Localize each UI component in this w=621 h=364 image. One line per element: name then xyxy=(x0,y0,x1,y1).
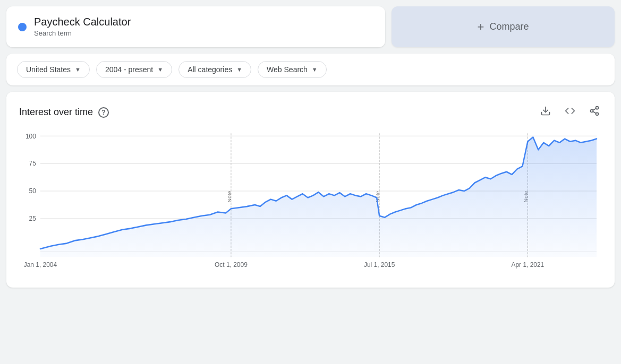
filter-time-label: 2004 - present xyxy=(105,65,153,74)
chart-actions xyxy=(538,103,602,121)
filter-time[interactable]: 2004 - present ▼ xyxy=(96,61,172,78)
share-button[interactable] xyxy=(587,103,602,121)
chart-area: 100 75 50 25 Note Note Note xyxy=(19,131,602,279)
svg-text:Apr 1, 2021: Apr 1, 2021 xyxy=(511,261,544,268)
filter-region-label: United States xyxy=(26,65,71,74)
svg-text:Oct 1, 2009: Oct 1, 2009 xyxy=(215,261,248,268)
embed-button[interactable] xyxy=(563,103,577,121)
chevron-down-icon: ▼ xyxy=(75,66,81,73)
filter-category-label: All categories xyxy=(188,65,232,74)
chart-title: Interest over time xyxy=(19,107,93,118)
search-term-text: Paycheck Calculator Search term xyxy=(34,16,131,38)
share-icon xyxy=(589,106,600,116)
svg-text:50: 50 xyxy=(29,187,37,195)
search-term-card: Paycheck Calculator Search term xyxy=(6,6,385,47)
chevron-down-icon: ▼ xyxy=(236,66,242,73)
svg-line-4 xyxy=(593,111,596,113)
search-term-title: Paycheck Calculator xyxy=(34,16,131,28)
filter-category[interactable]: All categories ▼ xyxy=(178,61,251,78)
chevron-down-icon: ▼ xyxy=(312,66,318,73)
embed-icon xyxy=(565,106,575,116)
svg-text:100: 100 xyxy=(25,132,36,140)
top-section: Paycheck Calculator Search term + Compar… xyxy=(6,6,615,47)
svg-text:25: 25 xyxy=(29,215,37,222)
svg-text:Jan 1, 2004: Jan 1, 2004 xyxy=(24,261,57,268)
svg-text:Jul 1, 2015: Jul 1, 2015 xyxy=(364,261,395,268)
compare-plus-icon: + xyxy=(478,20,484,34)
help-icon[interactable]: ? xyxy=(98,107,109,118)
download-icon xyxy=(540,106,551,116)
svg-line-5 xyxy=(593,108,596,110)
chart-header: Interest over time ? xyxy=(19,103,602,121)
filter-search-type[interactable]: Web Search ▼ xyxy=(258,61,327,78)
chart-card: Interest over time ? xyxy=(6,92,615,288)
svg-text:75: 75 xyxy=(29,160,37,167)
compare-card[interactable]: + Compare xyxy=(392,6,615,47)
chevron-down-icon: ▼ xyxy=(157,66,163,73)
search-term-dot xyxy=(18,23,27,31)
download-button[interactable] xyxy=(538,103,553,121)
compare-label: Compare xyxy=(489,21,529,32)
svg-text:Note: Note xyxy=(226,190,232,202)
chart-title-group: Interest over time ? xyxy=(19,107,109,118)
trend-chart: 100 75 50 25 Note Note Note xyxy=(19,131,602,279)
filter-region[interactable]: United States ▼ xyxy=(17,61,90,78)
search-term-subtitle: Search term xyxy=(34,29,72,37)
filters-bar: United States ▼ 2004 - present ▼ All cat… xyxy=(6,54,615,85)
filter-search-type-label: Web Search xyxy=(267,65,308,74)
